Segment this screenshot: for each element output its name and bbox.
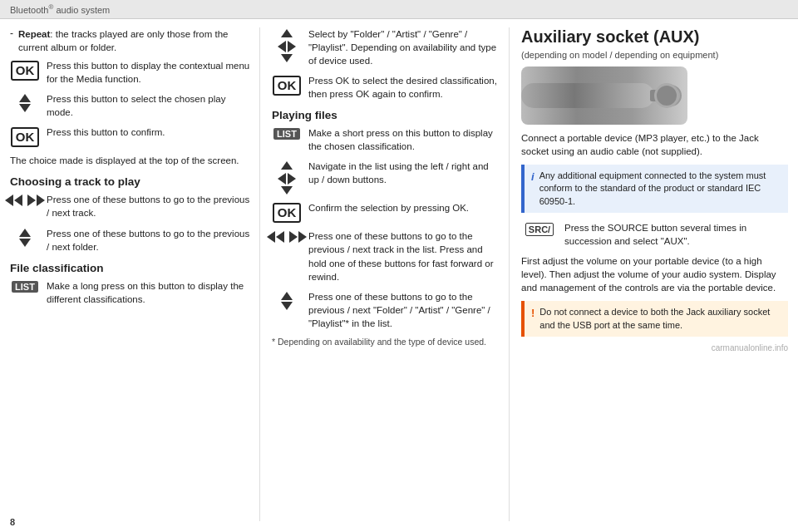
ok-icon-4: OK <box>272 203 302 223</box>
ok-classification-text: Press OK to select the desired classific… <box>308 74 500 101</box>
volume-text: First adjust the volume on your portable… <box>521 254 788 294</box>
ok-confirm-selection: OK Confirm the selection by pressing OK. <box>272 201 500 223</box>
src-label: SRC/ <box>525 223 554 236</box>
double-left-2 <box>267 231 284 243</box>
prev-next-text: Press one of these buttons to go to the … <box>308 229 500 283</box>
ok-icon-1: OK <box>10 61 40 81</box>
page-number: 8 <box>10 517 15 527</box>
src-text: Press the SOURCE button several times in… <box>564 221 788 248</box>
arrow-right-2 <box>37 195 45 206</box>
navigate-item: Navigate in the list using the left / ri… <box>272 160 500 195</box>
arrow-left-5 <box>267 231 275 243</box>
track-lr-icon <box>10 195 40 206</box>
svg-rect-1 <box>650 90 671 101</box>
aux-subtitle: (depending on model / depending on equip… <box>521 50 788 60</box>
arrow-up-3 <box>281 29 293 37</box>
ok-icon-3: OK <box>272 76 302 96</box>
mid-column: Select by "Folder" / "Artist" / "Genre" … <box>259 27 500 521</box>
warn-text: Do not connect a device to both the Jack… <box>539 306 781 332</box>
double-left <box>5 195 22 206</box>
ok-confirm-text: Press this button to confirm. <box>47 126 251 139</box>
nav-lr-row <box>278 173 296 185</box>
header-subtitle: audio system <box>53 5 110 15</box>
ok-label-2: OK <box>11 127 40 147</box>
double-lr-arrows <box>5 195 45 206</box>
ok-classification-item: OK Press OK to select the desired classi… <box>272 74 500 101</box>
arrow-up-4 <box>281 161 293 170</box>
right-column: Auxiliary socket (AUX) (depending on mod… <box>509 27 788 521</box>
select-folder-text: Select by "Folder" / "Artist" / "Genre" … <box>308 27 500 67</box>
header: Bluetooth® audio system <box>0 0 798 19</box>
arrow-down-icon <box>19 104 31 112</box>
arrow-left-1 <box>5 195 13 206</box>
choosing-track-heading: Choosing a track to play <box>10 175 251 188</box>
ok-label-3: OK <box>273 76 302 96</box>
arrow-down-3 <box>281 54 293 62</box>
ok-label-1: OK <box>11 61 40 81</box>
arrow-up-5 <box>281 292 293 300</box>
double-lr-2 <box>267 231 307 243</box>
navigate-icon <box>272 161 302 195</box>
arrow-ud-icon <box>10 94 40 112</box>
repeat-item: - Repeat: the tracks played are only tho… <box>10 27 251 54</box>
header-title: Bluetooth <box>10 5 48 15</box>
up-down-arrows-2 <box>19 229 31 247</box>
arrow-down-5 <box>281 302 293 310</box>
arrow-up-2 <box>19 229 31 237</box>
ok-icon-2: OK <box>10 127 40 147</box>
double-right <box>27 195 45 206</box>
prev-next-track-item: Press one of these buttons to go to the … <box>272 229 500 283</box>
warn-box: ! Do not connect a device to both the Ja… <box>521 301 788 337</box>
list-short-text: Make a short press on this button to dis… <box>308 126 500 153</box>
nav-arrows <box>278 161 296 195</box>
aux-cable-svg <box>521 66 687 125</box>
arrow-left-6 <box>276 231 284 243</box>
arrow-down-4 <box>281 186 293 195</box>
folder-artist-item: Press one of these buttons to go to the … <box>272 290 500 330</box>
lr-ud-arrows <box>278 29 296 62</box>
ok-media-text: Press this button to display the context… <box>47 59 251 86</box>
folder-ud-item: Press one of these buttons to go to the … <box>10 227 251 254</box>
playing-files-heading: Playing files <box>272 109 500 121</box>
aux-title: Auxiliary socket (AUX) <box>521 27 788 47</box>
ok-confirm-selection-text: Confirm the selection by pressing OK. <box>308 201 500 214</box>
warn-icon: ! <box>531 306 534 321</box>
src-item: SRC/ Press the SOURCE button several tim… <box>521 221 788 248</box>
svg-rect-0 <box>521 83 654 108</box>
folder-artist-icon <box>272 292 302 310</box>
watermark: carmanualonline.info <box>521 343 788 352</box>
prev-next-icon <box>272 231 302 243</box>
svg-point-2 <box>661 86 681 106</box>
select-lr-ud-icon <box>272 29 302 62</box>
track-lr-text: Press one of these buttons to go to the … <box>47 193 251 219</box>
folder-ud-text: Press one of these buttons to go to the … <box>47 227 251 254</box>
arrow-left-4 <box>278 173 286 185</box>
list-icon-long: LIST <box>10 281 40 293</box>
file-classification-heading: File classification <box>10 262 251 274</box>
ok-label-4: OK <box>273 203 302 223</box>
svg-point-3 <box>666 91 676 101</box>
list-long-text: Make a long press on this button to disp… <box>47 279 251 306</box>
arrow-down-2 <box>19 239 31 247</box>
arrow-right-3 <box>288 41 296 52</box>
arrow-ud-text: Press this button to select the chosen p… <box>47 92 251 119</box>
arrow-right-6 <box>298 231 307 243</box>
arrow-up-icon <box>19 94 31 102</box>
double-right-2 <box>289 231 307 243</box>
up-down-arrows-3 <box>281 292 293 310</box>
list-label-short: LIST <box>273 128 300 140</box>
navigate-text: Navigate in the list using the left / ri… <box>308 160 500 186</box>
info-text: Any additional equipment connected to th… <box>539 170 781 208</box>
src-icon-box: SRC/ <box>521 223 558 236</box>
arrow-ud-item: Press this button to select the chosen p… <box>10 92 251 119</box>
up-down-arrows <box>19 94 31 112</box>
arrow-right-1 <box>27 195 36 206</box>
footnote: * Depending on availability and the type… <box>272 337 500 347</box>
list-icon-short: LIST <box>272 128 302 140</box>
repeat-text: Repeat: the tracks played are only those… <box>18 27 251 54</box>
bullet-dash: - <box>10 27 13 54</box>
left-column: - Repeat: the tracks played are only tho… <box>10 27 251 521</box>
folder-artist-text: Press one of these buttons to go to the … <box>308 290 500 330</box>
select-folder-item: Select by "Folder" / "Artist" / "Genre" … <box>272 27 500 67</box>
folder-ud-icon <box>10 229 40 247</box>
